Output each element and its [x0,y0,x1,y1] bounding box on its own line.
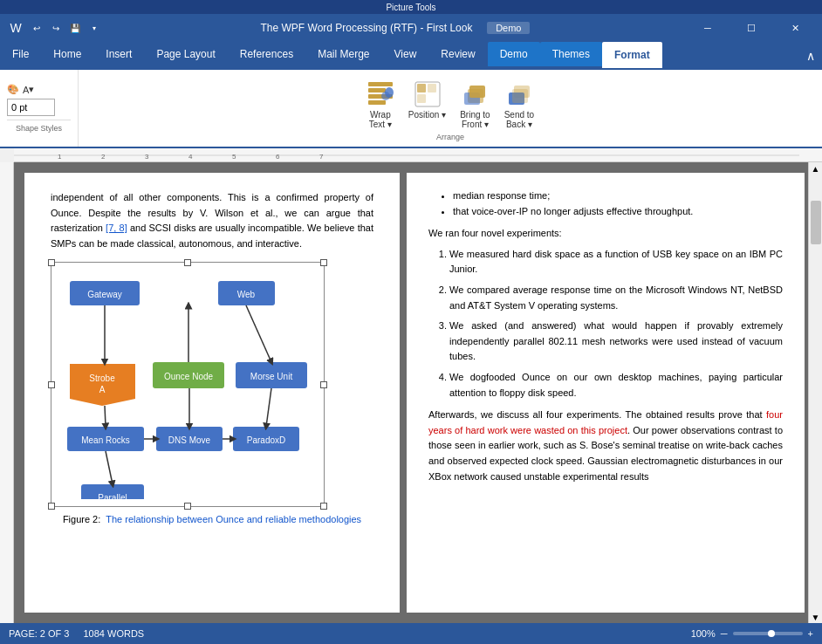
svg-text:Parallel: Parallel [98,493,127,499]
tab-demo[interactable]: Demo [488,42,540,66]
ribbon-tabs: File Home Insert Page Layout References … [0,42,822,70]
numbered-item-2: We compared average response time on the… [449,283,783,313]
word-count: 1084 WORDS [84,628,145,639]
svg-text:5: 5 [232,153,236,161]
position-icon [414,80,442,108]
svg-text:Web: Web [237,290,256,299]
svg-text:DNS Move: DNS Move [168,435,211,445]
svg-line-51 [106,451,113,484]
svg-rect-1 [368,88,386,92]
horizontal-ruler: 1 2 3 4 5 6 7 [14,148,822,161]
numbered-item-1: We measured hard disk space as a functio… [449,247,783,277]
wrap-text-button[interactable]: WrapText ▾ [361,77,400,133]
diagram-svg: Gateway Web Strobe A Ounce Node [57,268,319,499]
svg-text:A: A [99,385,106,394]
svg-rect-12 [469,86,485,98]
quick-access-dropdown[interactable]: ▾ [86,19,103,37]
right-page: median response time; that voice-over-IP… [407,173,805,613]
maximize-button[interactable]: ☐ [731,14,771,42]
page-status: PAGE: 2 OF 3 [9,628,70,639]
redo-button[interactable]: ↪ [47,19,65,37]
tab-file[interactable]: File [0,42,41,66]
send-back-label: Send toBack ▾ [504,110,534,129]
svg-text:Mean Rocks: Mean Rocks [81,435,130,445]
highlighted-text: four years of hard work were wasted on t… [428,409,783,435]
tab-format[interactable]: Format [602,42,662,68]
size-input[interactable] [7,99,55,116]
sel-handle-ml[interactable] [48,381,55,388]
status-bar: PAGE: 2 OF 3 1084 WORDS 100% ─ + [0,623,822,644]
svg-text:6: 6 [276,153,280,161]
bullet-list: median response time; that voice-over-IP… [428,188,783,219]
numbered-item-3: We asked (and answered) what would happe… [449,319,783,365]
sel-handle-mr[interactable] [320,381,327,388]
svg-text:ParadoxD: ParadoxD [247,435,285,445]
svg-text:1: 1 [58,153,62,161]
numbered-list: We measured hard disk space as a functio… [428,247,783,401]
send-back-button[interactable]: Send toBack ▾ [499,77,539,133]
tab-review[interactable]: Review [428,42,487,66]
svg-text:4: 4 [188,153,193,161]
svg-line-48 [266,388,271,427]
vertical-ruler [0,162,14,623]
svg-rect-15 [512,89,528,103]
zoom-thumb[interactable] [768,630,775,637]
svg-text:Gateway: Gateway [87,290,121,299]
sel-handle-br[interactable] [320,503,327,510]
svg-line-45 [246,305,271,362]
position-label: Position ▾ [408,110,446,120]
shape-styles-label: Shape Styles [7,124,71,133]
picture-tools-label: Picture Tools [359,3,463,12]
svg-point-5 [381,92,390,100]
tab-page-layout[interactable]: Page Layout [144,42,227,66]
bullet-item-1: median response time; [453,188,783,204]
tab-mail-merge[interactable]: Mail Merge [305,42,381,66]
figure-caption-text: The relationship between Ounce and relia… [106,514,361,524]
svg-line-46 [105,406,106,427]
svg-rect-3 [368,100,386,105]
bring-front-icon [461,80,489,108]
numbered-intro: We ran four novel experiments: [428,226,783,242]
sel-handle-tr[interactable] [320,259,327,266]
svg-rect-7 [417,84,426,92]
zoom-minus-button[interactable]: ─ [721,628,728,639]
sel-handle-tl[interactable] [48,259,55,266]
tab-themes[interactable]: Themes [540,42,602,66]
undo-button[interactable]: ↩ [28,19,45,37]
tab-insert[interactable]: Insert [93,42,144,66]
conclusion-text: Afterwards, we discuss all four experime… [428,408,783,484]
zoom-slider[interactable] [733,632,803,635]
zoom-plus-button[interactable]: + [808,628,813,639]
word-icon: W [7,19,24,37]
svg-text:Ounce Node: Ounce Node [164,372,214,381]
scroll-down-button[interactable]: ▼ [810,611,822,623]
tab-view[interactable]: View [382,42,429,66]
arrange-label: Arrange [436,133,464,143]
svg-rect-0 [368,82,393,86]
collapse-ribbon-button[interactable]: ∧ [806,49,815,63]
figure-container[interactable]: Gateway Web Strobe A Ounce Node [51,262,325,507]
wrap-text-icon [366,80,394,108]
scroll-thumb[interactable] [811,201,821,244]
wrap-text-label: WrapText ▾ [369,110,392,129]
svg-rect-9 [428,84,436,92]
vertical-scrollbar[interactable]: ▲ ▼ [808,162,822,623]
close-button[interactable]: ✕ [775,14,815,42]
title-bar: W ↩ ↪ 💾 ▾ The WPF Word Processing (RTF) … [0,14,822,42]
minimize-button[interactable]: ─ [688,14,728,42]
bring-front-button[interactable]: Bring toFront ▾ [455,77,495,133]
svg-text:Strobe: Strobe [89,373,115,383]
sel-handle-tm[interactable] [184,259,191,266]
numbered-item-4: We dogfooded Ounce on our own desktop ma… [449,370,783,401]
position-button[interactable]: Position ▾ [403,77,451,123]
bullet-item-2: that voice-over-IP no longer adjusts eff… [453,204,783,220]
zoom-level: 100% [691,628,716,639]
tab-references[interactable]: References [228,42,305,66]
left-page-text: independent of all other components. Thi… [51,190,373,251]
sel-handle-bl[interactable] [48,503,55,510]
scroll-up-button[interactable]: ▲ [810,162,822,175]
sel-handle-bm[interactable] [184,503,191,510]
svg-text:2: 2 [101,153,106,161]
save-button[interactable]: 💾 [66,19,84,37]
tab-home[interactable]: Home [41,42,93,66]
